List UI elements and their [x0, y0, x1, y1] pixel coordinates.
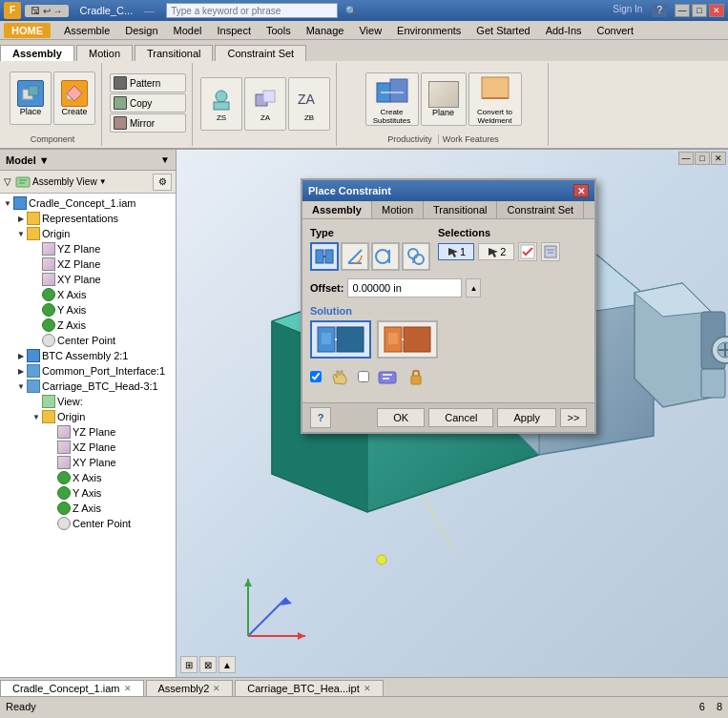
tree-item-center-point2[interactable]: Center Point	[0, 516, 176, 531]
create-subs-btn[interactable]: Create Substitutes	[365, 72, 419, 126]
viewport-btn-2[interactable]: ⊠	[199, 656, 217, 673]
tree-item-carriage[interactable]: ▼ Carriage_BTC_Head-3:1	[0, 379, 176, 394]
zs-btn1[interactable]: ZS	[200, 77, 242, 131]
viewport-close-btn[interactable]: ✕	[711, 152, 726, 165]
tree-item-z-axis2[interactable]: Z Axis	[0, 501, 176, 516]
viewport-btn-1[interactable]: ⊞	[180, 656, 198, 673]
btab-cradle-close[interactable]: ✕	[124, 684, 132, 693]
dialog-tab-motion[interactable]: Motion	[372, 201, 424, 218]
menu-get-started[interactable]: Get Started	[468, 23, 537, 38]
constraint-btn-tangent[interactable]	[371, 242, 400, 271]
menu-view[interactable]: View	[351, 23, 389, 38]
viewport-min-btn[interactable]: —	[678, 152, 694, 165]
viewport[interactable]: Place Constraint ✕ Assembly Motion Trans…	[177, 150, 728, 677]
search-icon[interactable]: 🔍	[345, 6, 357, 16]
tree-item-xz-plane2[interactable]: XZ Plane	[0, 440, 176, 455]
options-checkbox[interactable]	[358, 371, 369, 382]
common-port-expand[interactable]: ▶	[15, 365, 27, 377]
tree-item-representations[interactable]: ▶ Representations	[0, 211, 176, 226]
tree-item-yz-plane2[interactable]: YZ Plane	[0, 424, 176, 440]
tree-item-origin[interactable]: ▼ Origin	[0, 226, 176, 241]
btab-assembly2-close[interactable]: ✕	[213, 684, 220, 693]
tab-motion[interactable]: Motion	[76, 45, 133, 61]
menu-convert[interactable]: Convert	[590, 23, 642, 38]
btab-assembly2[interactable]: Assembly2 ✕	[146, 680, 234, 696]
menu-environments[interactable]: Environments	[389, 23, 468, 38]
panel-menu-btn[interactable]: ▼	[160, 154, 170, 165]
sel-btn-2[interactable]: 2	[478, 243, 514, 260]
dialog-help-btn[interactable]: ?	[310, 407, 331, 428]
tree-item-xy-plane[interactable]: XY Plane	[0, 272, 176, 287]
tree-item-y-axis2[interactable]: Y Axis	[0, 485, 176, 501]
pattern-button[interactable]: Pattern	[110, 73, 186, 92]
carriage-expand[interactable]: ▼	[15, 380, 27, 392]
tree-item-z-axis[interactable]: Z Axis	[0, 318, 176, 333]
minimize-btn[interactable]: —	[675, 4, 690, 17]
menu-design[interactable]: Design	[117, 23, 165, 38]
sel-btn-1[interactable]: 1	[438, 243, 474, 260]
btab-carriage[interactable]: Carriage_BTC_Hea...ipt ✕	[235, 680, 383, 696]
constraint-btn-angle[interactable]	[341, 242, 369, 271]
apply-btn[interactable]: Apply	[497, 408, 556, 427]
btab-carriage-close[interactable]: ✕	[364, 684, 371, 693]
origin2-expand[interactable]: ▼	[31, 411, 42, 422]
preview-checkbox[interactable]	[310, 371, 322, 382]
menu-add-ins[interactable]: Add-Ins	[538, 23, 590, 38]
menu-tools[interactable]: Tools	[259, 23, 299, 38]
btab-cradle[interactable]: Cradle_Concept_1.iam ✕	[0, 680, 144, 696]
convert-weld-btn[interactable]: Convert to Weldment	[468, 72, 522, 126]
assembly-view-selector[interactable]: Assembly View ▼	[15, 174, 151, 190]
dialog-close-btn[interactable]: ✕	[573, 184, 589, 197]
panel-title[interactable]: Model ▼	[6, 154, 50, 166]
zs-btn2[interactable]: ZA	[244, 77, 286, 131]
copy-button[interactable]: Copy	[110, 93, 186, 113]
tree-item-y-axis[interactable]: Y Axis	[0, 302, 176, 318]
menu-inspect[interactable]: Inspect	[210, 23, 259, 38]
tree-item-common-port[interactable]: ▶ Common_Port_Interface:1	[0, 363, 176, 379]
solution-btn-1[interactable]	[310, 320, 371, 359]
close-btn[interactable]: ✕	[709, 4, 724, 17]
ok-btn[interactable]: OK	[377, 408, 425, 427]
tree-item-x-axis[interactable]: X Axis	[0, 287, 176, 302]
file-menu[interactable]: HOME	[4, 23, 51, 38]
origin-expand[interactable]: ▼	[15, 228, 27, 239]
search-input[interactable]	[166, 3, 338, 18]
maximize-btn[interactable]: □	[692, 4, 707, 17]
more-btn[interactable]: >>	[560, 408, 587, 427]
quick-access-bar[interactable]: 🖫 ↩ →	[25, 5, 69, 17]
btc-expand[interactable]: ▶	[15, 350, 27, 361]
tree-item-root[interactable]: ▼ Cradle_Concept_1.iam	[0, 195, 176, 211]
tree-item-yz-plane[interactable]: YZ Plane	[0, 241, 176, 256]
dialog-tab-constraint-set[interactable]: Constraint Set	[497, 201, 584, 218]
menu-assemble[interactable]: Assemble	[56, 23, 117, 38]
sel-options-btn[interactable]	[518, 242, 537, 261]
viewport-max-btn[interactable]: □	[695, 152, 710, 165]
menu-model[interactable]: Model	[166, 23, 210, 38]
place-button[interactable]: Place	[10, 72, 52, 125]
tree-item-view[interactable]: View:	[0, 394, 176, 409]
tree-item-xz-plane[interactable]: XZ Plane	[0, 256, 176, 272]
sign-in[interactable]: Sign In	[613, 4, 642, 17]
tree-item-xy-plane2[interactable]: XY Plane	[0, 455, 176, 470]
dialog-tab-transitional[interactable]: Transitional	[424, 201, 497, 218]
mirror-button[interactable]: Mirror	[110, 113, 186, 133]
solution-btn-2[interactable]	[377, 320, 438, 359]
constraint-btn-insert[interactable]	[402, 242, 430, 271]
tree-item-x-axis2[interactable]: X Axis	[0, 470, 176, 485]
tree-item-center-point[interactable]: Center Point	[0, 333, 176, 348]
constraint-btn-mate[interactable]	[310, 242, 339, 271]
offset-input[interactable]	[347, 278, 462, 297]
tab-constraint-set[interactable]: Constraint Set	[215, 45, 306, 61]
tab-assembly[interactable]: Assembly	[0, 45, 74, 61]
dialog-tab-assembly[interactable]: Assembly	[302, 201, 372, 218]
representations-expand[interactable]: ▶	[15, 213, 27, 224]
cancel-btn[interactable]: Cancel	[428, 408, 493, 427]
help-btn[interactable]: ?	[652, 4, 667, 17]
plane-btn[interactable]: Plane	[421, 72, 467, 126]
offset-spin-up[interactable]: ▲	[466, 278, 481, 297]
viewport-btn-3[interactable]: ▲	[218, 656, 236, 673]
zs-btn3[interactable]: ZA ZB	[288, 77, 330, 131]
panel-settings-btn[interactable]: ⚙	[153, 174, 172, 191]
root-expand[interactable]: ▼	[2, 197, 13, 209]
menu-manage[interactable]: Manage	[299, 23, 352, 38]
